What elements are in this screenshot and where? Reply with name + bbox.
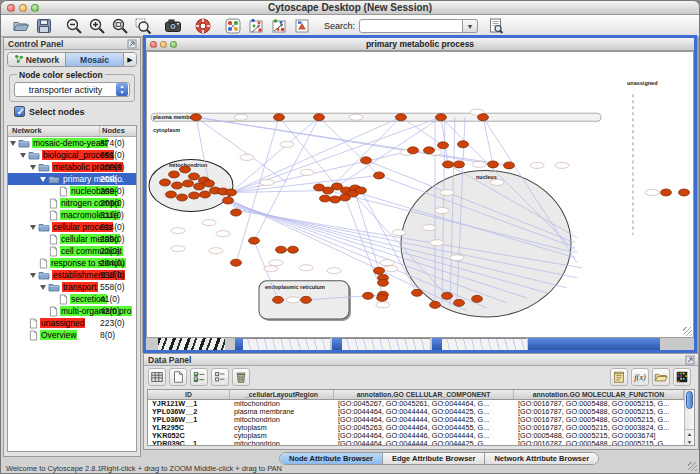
network-node[interactable]: [408, 147, 419, 154]
network-node[interactable]: [438, 142, 449, 149]
tree-item-primary-metabo[interactable]: primary metabo209(...: [8, 173, 136, 185]
expand-arrow-icon[interactable]: [30, 273, 36, 278]
tab-mosaic[interactable]: Mosaic: [66, 53, 124, 66]
network-node[interactable]: [276, 246, 287, 253]
tree-column-network[interactable]: Network: [8, 126, 100, 136]
network-node[interactable]: [356, 187, 367, 194]
network-window-resize-grip[interactable]: [683, 327, 692, 336]
tree-item-mosaic-demo-yeast[interactable]: mosaic-demo-yeast874(0): [8, 137, 136, 149]
tab-network[interactable]: Network: [8, 53, 66, 66]
network-node[interactable]: [274, 114, 285, 121]
network-node[interactable]: [361, 157, 372, 164]
network-node[interactable]: [160, 179, 171, 186]
matrix-button[interactable]: [673, 368, 691, 386]
network-node[interactable]: [436, 114, 447, 121]
network-node[interactable]: [679, 189, 690, 196]
search-dropdown-button[interactable]: ▼: [463, 19, 478, 33]
network-canvas[interactable]: plasma membranecytoplasmnucleusmitochond…: [146, 51, 694, 338]
tree-item-cellular-process[interactable]: cellular process614(0): [8, 221, 136, 233]
network-node[interactable]: [191, 114, 202, 121]
table-row-ydr039c__1[interactable]: YDR039C__1mitochondrion[GO:0044464, GO:0…: [148, 440, 684, 445]
network-node[interactable]: [200, 191, 211, 198]
network-node[interactable]: [454, 161, 465, 168]
tree-item-multi-organism-pro[interactable]: multi-organism pro42(0): [8, 305, 136, 317]
network-node[interactable]: [661, 189, 672, 196]
select-attributes-button[interactable]: [190, 368, 208, 386]
save-session-button[interactable]: [34, 16, 54, 36]
node-appearance-button[interactable]: [223, 16, 243, 36]
table-scrollbar[interactable]: ▲ ▼: [684, 390, 694, 445]
network-node[interactable]: [396, 114, 407, 121]
tree-item-secretion[interactable]: secretion41(0): [8, 293, 136, 305]
tree-item-metabolic-process[interactable]: metabolic process280(0): [8, 161, 136, 173]
expand-arrow-icon[interactable]: [30, 165, 36, 170]
help-button[interactable]: [193, 16, 213, 36]
scroll-down-button[interactable]: ▼: [685, 438, 694, 446]
network-node[interactable]: [231, 259, 242, 266]
snapshot-button[interactable]: [163, 16, 183, 36]
tree-item-response-to-stimulu[interactable]: response to stimulu264(0): [8, 257, 136, 269]
expand-arrow-icon[interactable]: [40, 285, 46, 290]
table-row-ykr052c[interactable]: YKR052Ccytoplasm[GO:0044464, GO:0044446,…: [148, 432, 684, 440]
network-node[interactable]: [301, 296, 312, 303]
network-node[interactable]: [223, 197, 234, 204]
search-input[interactable]: [359, 19, 463, 33]
float-panel-icon[interactable]: [127, 39, 137, 49]
formula-button[interactable]: f(x): [631, 368, 649, 386]
float-panel-icon[interactable]: [685, 355, 695, 365]
table-row-ylr295c[interactable]: YLR295Ccytoplasm[GO:0045263, GO:0044464,…: [148, 424, 684, 432]
network-node[interactable]: [378, 279, 389, 286]
network-node[interactable]: [330, 196, 341, 203]
open-session-button[interactable]: [11, 16, 31, 36]
network-node[interactable]: [172, 182, 183, 189]
tree-item-overview[interactable]: Overview8(0): [8, 329, 136, 341]
network-node[interactable]: [363, 292, 374, 299]
network-node[interactable]: [226, 189, 237, 196]
network-node[interactable]: [430, 301, 441, 308]
vizmapper-button[interactable]: [292, 16, 312, 36]
network-node[interactable]: [374, 267, 385, 274]
network-node[interactable]: [454, 299, 465, 306]
zoom-selected-button[interactable]: [133, 16, 153, 36]
network-node[interactable]: [412, 289, 423, 296]
expand-arrow-icon[interactable]: [20, 153, 26, 158]
network-node[interactable]: [504, 162, 515, 169]
network-node[interactable]: [374, 172, 385, 179]
network-node[interactable]: [458, 141, 469, 148]
network-node[interactable]: [189, 173, 200, 180]
tree-item-transport[interactable]: transport558(0): [8, 281, 136, 293]
tree-column-nodes[interactable]: Nodes: [100, 126, 136, 136]
tree-item-macromolecule[interactable]: macromolecule311(0): [8, 209, 136, 221]
network-node[interactable]: [231, 209, 242, 216]
network-node[interactable]: [442, 292, 453, 299]
tree-item-nucleobase-[interactable]: nucleobase-209(0): [8, 185, 136, 197]
network-node[interactable]: [180, 166, 191, 173]
network-node[interactable]: [478, 114, 489, 121]
column-header-0[interactable]: ID: [148, 390, 230, 399]
network-node[interactable]: [183, 180, 194, 187]
select-nodes-checkbox[interactable]: [14, 106, 25, 117]
network-node[interactable]: [488, 161, 499, 168]
network-node[interactable]: [472, 295, 483, 302]
network-node[interactable]: [273, 296, 284, 303]
tree-item-establishment-of-lo[interactable]: establishment of lo558(0): [8, 269, 136, 281]
network-node[interactable]: [377, 294, 388, 301]
expand-arrow-icon[interactable]: [10, 141, 16, 146]
network-node[interactable]: [288, 246, 299, 253]
tree-item-unassigned[interactable]: unassigned223(0): [8, 317, 136, 329]
tree-item-biological-process[interactable]: biological_process651(0): [8, 149, 136, 161]
network-node[interactable]: [194, 183, 205, 190]
network-node[interactable]: [443, 161, 454, 168]
attribute-table-button[interactable]: [148, 368, 166, 386]
table-row-yjr121w__1[interactable]: YJR121W__1mitochondrion[GO:0045267, GO:0…: [148, 400, 684, 408]
expand-arrow-icon[interactable]: [30, 225, 36, 230]
network-node[interactable]: [204, 180, 215, 187]
zoom-fit-button[interactable]: [110, 16, 130, 36]
tree-item-nitrogen-compo[interactable]: nitrogen compo209(0): [8, 197, 136, 209]
network-node[interactable]: [166, 191, 177, 198]
notes-button[interactable]: [610, 368, 628, 386]
network-node[interactable]: [424, 147, 435, 154]
column-header-1[interactable]: _cellularLayoutRegion: [230, 390, 334, 399]
network-node[interactable]: [189, 192, 200, 199]
tree-item-cellular-metabo[interactable]: cellular metabo209(0): [8, 233, 136, 245]
